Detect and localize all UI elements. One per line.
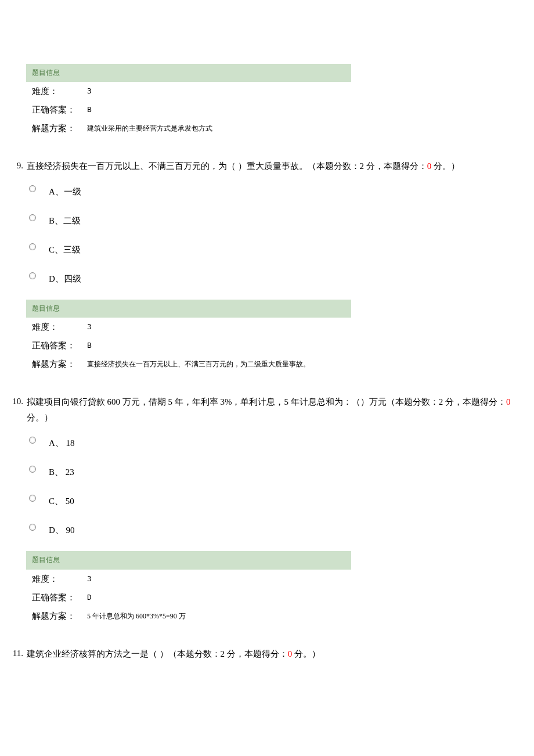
solution-label: 解题方案： bbox=[26, 607, 81, 625]
q8-info-box: 题目信息 难度： 3 正确答案： B 解题方案： 建筑业采用的主要经营方式是承发… bbox=[26, 64, 351, 138]
answer-label: 正确答案： bbox=[26, 336, 81, 355]
question-text: 直接经济损失在一百万元以上、不满三百万元的，为（ ）重大质量事故。（本题分数：2… bbox=[26, 159, 525, 174]
solution-label: 解题方案： bbox=[26, 355, 81, 373]
q10-option-d[interactable]: D、 90 bbox=[29, 522, 534, 537]
info-header: 题目信息 bbox=[26, 64, 351, 82]
radio-icon[interactable] bbox=[29, 524, 36, 531]
q10-option-a[interactable]: A、 18 bbox=[29, 435, 534, 450]
answer-label: 正确答案： bbox=[26, 100, 81, 119]
q10-info-box: 题目信息 难度： 3 正确答案： D 解题方案： 5 年计息总和为 600*3%… bbox=[26, 551, 351, 625]
answer-value: B bbox=[81, 100, 351, 119]
question-number: 10. bbox=[0, 394, 23, 408]
answer-value: B bbox=[81, 336, 351, 355]
q9-info-box: 题目信息 难度： 3 正确答案： B 解题方案： 直接经济损失在一百万元以上、不… bbox=[26, 300, 351, 373]
answer-label: 正确答案： bbox=[26, 588, 81, 607]
info-header: 题目信息 bbox=[26, 300, 351, 318]
q10-option-b[interactable]: B、 23 bbox=[29, 464, 534, 479]
solution-value: 5 年计息总和为 600*3%*5=90 万 bbox=[81, 607, 351, 625]
radio-icon[interactable] bbox=[29, 214, 36, 221]
radio-icon[interactable] bbox=[29, 272, 36, 279]
q9-options: A、一级 B、二级 C、三级 D、四级 bbox=[29, 183, 534, 286]
question-number: 9. bbox=[0, 159, 23, 172]
q10-options: A、 18 B、 23 C、 50 D、 90 bbox=[29, 435, 534, 537]
difficulty-value: 3 bbox=[81, 570, 351, 588]
question-9: 9. 直接经济损失在一百万元以上、不满三百万元的，为（ ）重大质量事故。（本题分… bbox=[0, 159, 534, 286]
answer-value: D bbox=[81, 588, 351, 607]
info-header: 题目信息 bbox=[26, 551, 351, 569]
solution-value: 直接经济损失在一百万元以上、不满三百万元的，为二级重大质量事故。 bbox=[81, 355, 351, 373]
question-text: 拟建项目向银行贷款 600 万元，借期 5 年，年利率 3%，单利计息，5 年计… bbox=[26, 394, 525, 426]
radio-icon[interactable] bbox=[29, 185, 36, 192]
difficulty-value: 3 bbox=[81, 82, 351, 100]
score-zero: 0 bbox=[506, 397, 511, 406]
q10-option-c[interactable]: C、 50 bbox=[29, 493, 534, 508]
difficulty-label: 难度： bbox=[26, 570, 81, 588]
difficulty-label: 难度： bbox=[26, 318, 81, 336]
q9-option-b[interactable]: B、二级 bbox=[29, 213, 534, 228]
solution-value: 建筑业采用的主要经营方式是承发包方式 bbox=[81, 119, 351, 138]
question-text: 建筑企业经济核算的方法之一是（ ）（本题分数：2 分，本题得分：0 分。） bbox=[26, 646, 525, 662]
question-11: 11. 建筑企业经济核算的方法之一是（ ）（本题分数：2 分，本题得分：0 分。… bbox=[0, 646, 534, 662]
question-10: 10. 拟建项目向银行贷款 600 万元，借期 5 年，年利率 3%，单利计息，… bbox=[0, 394, 534, 537]
difficulty-label: 难度： bbox=[26, 82, 81, 100]
radio-icon[interactable] bbox=[29, 495, 36, 502]
q9-option-d[interactable]: D、四级 bbox=[29, 271, 534, 286]
question-number: 11. bbox=[0, 646, 23, 660]
radio-icon[interactable] bbox=[29, 437, 36, 444]
solution-label: 解题方案： bbox=[26, 119, 81, 138]
q9-option-c[interactable]: C、三级 bbox=[29, 242, 534, 257]
radio-icon[interactable] bbox=[29, 243, 36, 250]
radio-icon[interactable] bbox=[29, 466, 36, 473]
q9-option-a[interactable]: A、一级 bbox=[29, 183, 534, 199]
difficulty-value: 3 bbox=[81, 318, 351, 336]
